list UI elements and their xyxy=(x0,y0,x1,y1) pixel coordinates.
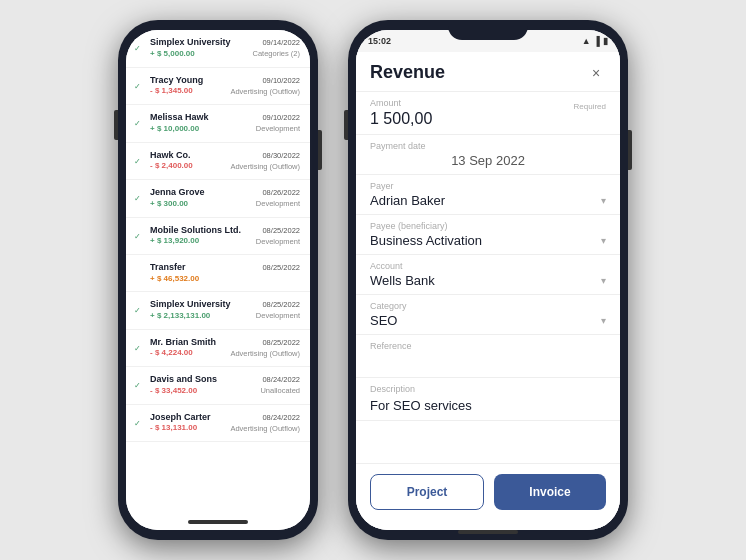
transaction-item[interactable]: ✓ Davis and Sons - $ 33,452.00 08/24/202… xyxy=(126,367,310,405)
description-label: Description xyxy=(370,384,606,394)
transaction-item[interactable]: ✓ Simplex University + $ 2,133,131.00 08… xyxy=(126,292,310,330)
left-phone: ✓ Simplex University + $ 5,000.00 09/14/… xyxy=(118,20,318,540)
payer-value: Adrian Baker xyxy=(370,193,445,208)
account-value: Wells Bank xyxy=(370,273,435,288)
transaction-amount: + $ 13,920.00 xyxy=(150,236,256,246)
transaction-date: 08/25/2022 xyxy=(230,337,300,348)
status-icons: ▲ ▐ ▮ xyxy=(582,36,608,46)
check-icon: ✓ xyxy=(134,306,141,315)
payment-date-field[interactable]: Payment date 13 Sep 2022 xyxy=(356,135,620,175)
transaction-content: Simplex University + $ 5,000.00 xyxy=(150,37,252,59)
transaction-category: Unallocated xyxy=(260,385,300,396)
transaction-content: Tracy Young - $ 1,345.00 xyxy=(150,75,230,97)
revenue-screen: 15:02 ▲ ▐ ▮ Revenue × Amount 1 500,00 Re… xyxy=(356,30,620,530)
transaction-item[interactable]: Transfer + $ 46,532.00 08/25/2022 xyxy=(126,255,310,292)
transaction-date: 08/30/2022 xyxy=(230,150,300,161)
transaction-item[interactable]: ✓ Jenna Grove + $ 300.00 08/26/2022 Deve… xyxy=(126,180,310,218)
check-icon: ✓ xyxy=(134,194,141,203)
transaction-item[interactable]: ✓ Joseph Carter - $ 13,131.00 08/24/2022… xyxy=(126,405,310,443)
payer-field[interactable]: Payer Adrian Baker ▾ xyxy=(356,175,620,215)
category-field[interactable]: Category SEO ▾ xyxy=(356,295,620,335)
check-icon: ✓ xyxy=(134,418,141,427)
transaction-date: 08/26/2022 xyxy=(256,187,300,198)
payee-field[interactable]: Payee (beneficiary) Business Activation … xyxy=(356,215,620,255)
transaction-name: Joseph Carter xyxy=(150,412,230,424)
transaction-content: Hawk Co. - $ 2,400.00 xyxy=(150,150,230,172)
transaction-content: Mobile Solutions Ltd. + $ 13,920.00 xyxy=(150,225,256,247)
right-phone: 15:02 ▲ ▐ ▮ Revenue × Amount 1 500,00 Re… xyxy=(348,20,628,540)
transaction-category: Advertising (Outflow) xyxy=(230,161,300,172)
transaction-item[interactable]: ✓ Mr. Brian Smith - $ 4,224.00 08/25/202… xyxy=(126,330,310,368)
transaction-date: 09/10/2022 xyxy=(256,112,300,123)
transaction-date: 08/25/2022 xyxy=(262,262,300,273)
transaction-item[interactable]: ✓ Hawk Co. - $ 2,400.00 08/30/2022 Adver… xyxy=(126,143,310,181)
bottom-bar-right xyxy=(458,530,518,534)
transaction-date: 08/25/2022 xyxy=(256,299,300,310)
transaction-amount: + $ 10,000.00 xyxy=(150,124,256,134)
payment-date-value: 13 Sep 2022 xyxy=(370,153,606,168)
transaction-content: Joseph Carter - $ 13,131.00 xyxy=(150,412,230,434)
revenue-header: Revenue × xyxy=(356,52,620,92)
project-button[interactable]: Project xyxy=(370,474,484,510)
check-icon: ✓ xyxy=(134,343,141,352)
amount-field[interactable]: Amount 1 500,00 Required xyxy=(356,92,620,135)
transaction-amount: + $ 300.00 xyxy=(150,199,256,209)
transaction-item[interactable]: ✓ Mobile Solutions Ltd. + $ 13,920.00 08… xyxy=(126,218,310,256)
right-phone-screen: 15:02 ▲ ▐ ▮ Revenue × Amount 1 500,00 Re… xyxy=(356,30,620,530)
description-value: For SEO services xyxy=(370,398,472,413)
revenue-title: Revenue xyxy=(370,62,445,83)
account-chevron-icon: ▾ xyxy=(601,275,606,286)
transaction-meta: 08/25/2022 Development xyxy=(256,299,300,322)
description-field[interactable]: Description For SEO services xyxy=(356,378,620,421)
transaction-amount: + $ 2,133,131.00 xyxy=(150,311,256,321)
transaction-amount: - $ 4,224.00 xyxy=(150,348,230,358)
transaction-category: Advertising (Outflow) xyxy=(230,86,300,97)
transaction-meta: 08/24/2022 Advertising (Outflow) xyxy=(230,412,300,435)
transaction-category: Advertising (Outflow) xyxy=(230,348,300,359)
account-field[interactable]: Account Wells Bank ▾ xyxy=(356,255,620,295)
reference-value xyxy=(370,355,374,370)
transaction-name: Melissa Hawk xyxy=(150,112,256,124)
transaction-amount: - $ 13,131.00 xyxy=(150,423,230,433)
payer-label: Payer xyxy=(370,181,606,191)
amount-label: Amount xyxy=(370,98,606,108)
transaction-name: Transfer xyxy=(150,262,262,274)
transaction-meta: 08/24/2022 Unallocated xyxy=(260,374,300,397)
reference-field[interactable]: Reference xyxy=(356,335,620,378)
transaction-item[interactable]: ✓ Simplex University + $ 5,000.00 09/14/… xyxy=(126,30,310,68)
bottom-bar-left xyxy=(188,520,248,524)
transaction-name: Hawk Co. xyxy=(150,150,230,162)
close-button[interactable]: × xyxy=(586,63,606,83)
payer-dropdown[interactable]: Adrian Baker ▾ xyxy=(370,193,606,208)
status-time: 15:02 xyxy=(368,36,391,46)
transaction-date: 08/24/2022 xyxy=(260,374,300,385)
payee-value: Business Activation xyxy=(370,233,482,248)
transaction-category: Development xyxy=(256,123,300,134)
check-icon: ✓ xyxy=(134,119,141,128)
transaction-meta: 09/10/2022 Advertising (Outflow) xyxy=(230,75,300,98)
invoice-button[interactable]: Invoice xyxy=(494,474,606,510)
category-label: Category xyxy=(370,301,606,311)
transaction-date: 08/24/2022 xyxy=(230,412,300,423)
payee-dropdown[interactable]: Business Activation ▾ xyxy=(370,233,606,248)
transaction-name: Simplex University xyxy=(150,37,252,49)
transaction-item[interactable]: ✓ Tracy Young - $ 1,345.00 09/10/2022 Ad… xyxy=(126,68,310,106)
transaction-content: Mr. Brian Smith - $ 4,224.00 xyxy=(150,337,230,359)
notch xyxy=(448,20,528,40)
transaction-content: Jenna Grove + $ 300.00 xyxy=(150,187,256,209)
transaction-category: Development xyxy=(256,310,300,321)
transaction-meta: 09/14/2022 Categories (2) xyxy=(252,37,300,60)
category-dropdown[interactable]: SEO ▾ xyxy=(370,313,606,328)
transaction-amount: + $ 5,000.00 xyxy=(150,49,252,59)
transaction-item[interactable]: ✓ Melissa Hawk + $ 10,000.00 09/10/2022 … xyxy=(126,105,310,143)
transaction-content: Melissa Hawk + $ 10,000.00 xyxy=(150,112,256,134)
check-icon: ✓ xyxy=(134,44,141,53)
transaction-meta: 08/30/2022 Advertising (Outflow) xyxy=(230,150,300,173)
account-label: Account xyxy=(370,261,606,271)
transaction-list: ✓ Simplex University + $ 5,000.00 09/14/… xyxy=(126,30,310,530)
check-icon: ✓ xyxy=(134,231,141,240)
transaction-date: 09/14/2022 xyxy=(252,37,300,48)
transaction-category: Advertising (Outflow) xyxy=(230,423,300,434)
account-dropdown[interactable]: Wells Bank ▾ xyxy=(370,273,606,288)
transaction-content: Transfer + $ 46,532.00 xyxy=(150,262,262,284)
